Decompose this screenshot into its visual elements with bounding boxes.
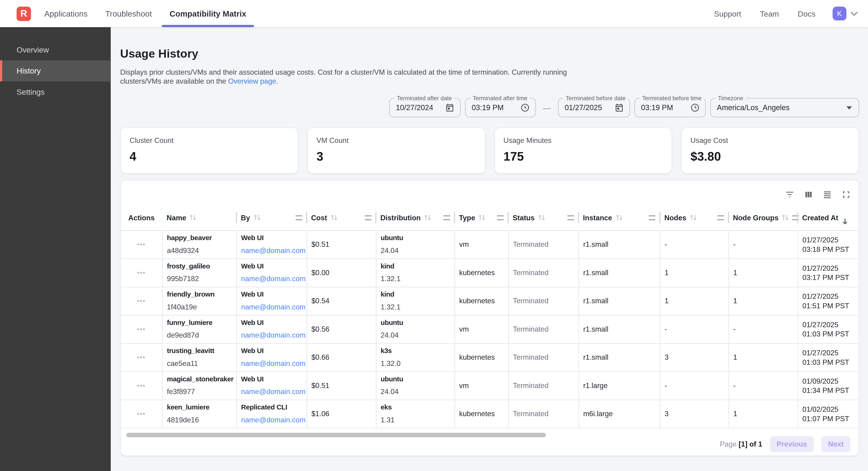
terminated-before-date-field[interactable]: Terminated before date 01/27/2025 [558,98,630,117]
distribution-cell: ubuntu24.04 [376,315,455,343]
cost-cell: $0.51 [307,372,376,400]
user-email-link[interactable]: name@domain.com [241,274,306,283]
row-actions-button[interactable]: ••• [137,297,146,305]
column-header-distribution[interactable]: Distribution [376,205,455,230]
filter-icon[interactable] [785,190,795,199]
page-description: Displays prior clusters/VMs and their as… [120,68,859,85]
column-menu-icon[interactable] [649,215,655,220]
replicated-logo[interactable]: R [17,6,31,21]
instance-cell: r1.small [579,343,660,371]
previous-page-button[interactable]: Previous [770,436,814,452]
user-email-link[interactable]: name@domain.com [241,359,306,368]
by-cell: Replicated CLIname@domain.com [236,400,307,428]
name-cell: funny_lumierede9ed87d [162,315,236,343]
table-row: ••• keen_lumiere4819de16 Replicated CLIn… [121,400,859,428]
nav-link-docs[interactable]: Docs [788,9,825,18]
nav-link-support[interactable]: Support [705,9,751,18]
fullscreen-icon[interactable] [841,190,851,199]
clock-icon[interactable] [520,103,530,113]
user-email-link[interactable]: name@domain.com [241,331,306,340]
terminated-after-time-field[interactable]: Terminated after time 03:19 PM [465,98,536,117]
column-header-instance[interactable]: Instance [579,205,660,230]
column-header-status[interactable]: Status [508,205,579,230]
density-icon[interactable] [823,190,832,199]
sort-arrows-icon[interactable] [424,214,432,222]
nav-tab-applications[interactable]: Applications [35,0,96,27]
type-cell: kubernetes [455,287,508,315]
chevron-down-icon[interactable] [850,11,858,17]
clock-icon[interactable] [690,103,700,113]
column-menu-icon[interactable] [497,215,504,220]
next-page-button[interactable]: Next [822,436,850,452]
column-menu-icon[interactable] [296,215,302,220]
nodes-cell: 1 [660,259,728,287]
column-header-nodes[interactable]: Nodes [660,205,728,230]
table-row: ••• trusting_leavittcae5ea11 Web UIname@… [121,343,859,371]
table-row: ••• frosty_galileo995b7182 Web UIname@do… [121,259,859,287]
terminated-before-time-field[interactable]: Terminated before time 03:19 PM [634,98,706,117]
column-menu-icon[interactable] [567,215,574,220]
nav-tab-compatibility-matrix[interactable]: Compatibility Matrix [161,0,255,27]
type-cell: vm [455,372,508,400]
instance-cell: r1.large [579,372,660,400]
sort-arrows-icon[interactable] [615,214,623,222]
column-header-cost[interactable]: Cost [307,205,376,230]
dropdown-caret-icon [846,106,852,109]
node-groups-cell: - [728,315,798,343]
sort-arrows-icon[interactable] [253,214,261,222]
sort-arrows-icon[interactable] [189,214,197,222]
column-header-name[interactable]: Name [162,205,236,230]
column-menu-icon[interactable] [365,215,372,220]
sidebar-item-overview[interactable]: Overview [0,39,111,60]
distribution-cell: ubuntu24.04 [376,372,455,400]
row-actions-button[interactable]: ••• [137,325,146,333]
instance-cell: r1.small [579,315,660,343]
row-actions-cell: ••• [121,230,162,258]
calendar-icon[interactable] [445,103,455,113]
sort-arrows-icon[interactable] [478,214,486,222]
sort-desc-icon[interactable] [841,218,849,226]
cost-cell: $0.00 [307,259,376,287]
calendar-icon[interactable] [614,103,624,113]
distribution-cell: eks1.31 [376,400,455,428]
table-header: Actions Name By Cost [121,205,859,230]
nav-tab-troubleshoot[interactable]: Troubleshoot [96,0,161,27]
nav-link-team[interactable]: Team [750,9,788,18]
sidebar-item-settings[interactable]: Settings [0,81,111,102]
row-actions-button[interactable]: ••• [137,241,146,248]
status-cell: Terminated [508,372,579,400]
column-header-type[interactable]: Type [455,205,508,230]
by-cell: Web UIname@domain.com [236,259,307,287]
sort-arrows-icon[interactable] [537,214,546,222]
overview-page-link[interactable]: Overview page [228,77,276,85]
column-menu-icon[interactable] [443,215,450,220]
row-actions-button[interactable]: ••• [137,269,146,276]
stat-card-cluster-count: Cluster Count 4 [120,127,298,174]
sidebar-item-history[interactable]: History [0,60,111,81]
user-email-link[interactable]: name@domain.com [241,387,306,396]
column-header-by[interactable]: By [236,205,307,230]
by-cell: Web UIname@domain.com [236,372,307,400]
table-row: ••• happy_beavera48d9324 Web UIname@doma… [121,230,859,258]
column-header-created-at[interactable]: Created At [798,205,859,230]
row-actions-button[interactable]: ••• [137,382,146,389]
row-actions-button[interactable]: ••• [137,353,146,361]
sort-arrows-icon[interactable] [689,214,697,222]
sort-arrows-icon[interactable] [781,214,790,222]
user-email-link[interactable]: name@domain.com [241,416,306,424]
name-cell: keen_lumiere4819de16 [162,400,236,428]
columns-icon[interactable] [804,190,813,199]
sort-arrows-icon[interactable] [330,214,338,222]
user-email-link[interactable]: name@domain.com [241,303,306,312]
instance-cell: r1.small [579,259,660,287]
column-header-node-groups[interactable]: Node Groups [728,205,798,230]
column-header-actions[interactable]: Actions [121,205,162,230]
user-email-link[interactable]: name@domain.com [241,246,306,255]
terminated-after-date-field[interactable]: Terminated after date 10/27/2024 [389,98,461,117]
filter-range-separator: — [540,103,554,112]
column-menu-icon[interactable] [717,215,724,220]
timezone-select[interactable]: Timezone America/Los_Angeles [710,98,859,117]
name-cell: trusting_leavittcae5ea11 [162,343,236,371]
row-actions-button[interactable]: ••• [137,410,146,418]
user-avatar[interactable]: K [833,7,846,21]
